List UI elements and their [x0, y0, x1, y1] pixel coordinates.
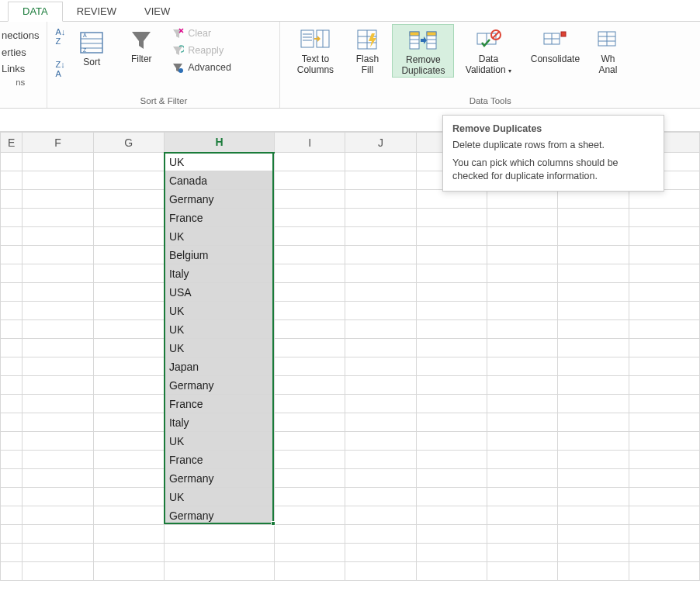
cell[interactable] [93, 525, 164, 544]
cell[interactable]: UK [164, 320, 274, 339]
cell[interactable] [558, 488, 629, 506]
cell[interactable] [345, 432, 416, 451]
flash-fill-button[interactable]: Flash Fill [345, 24, 389, 76]
cell[interactable] [1, 190, 23, 209]
cell[interactable] [275, 562, 345, 581]
cell[interactable]: France [164, 209, 274, 227]
cell[interactable]: Germany [164, 506, 274, 525]
cell[interactable] [558, 357, 629, 376]
cell[interactable] [487, 302, 557, 320]
cell[interactable]: UK [164, 339, 274, 357]
cell[interactable] [487, 562, 557, 581]
cell[interactable] [416, 469, 487, 488]
cell[interactable] [629, 246, 699, 264]
cell[interactable] [629, 320, 699, 339]
cell[interactable] [416, 488, 487, 506]
cell[interactable] [416, 376, 487, 395]
cell[interactable] [345, 525, 416, 544]
cell[interactable] [629, 451, 699, 469]
cell[interactable] [416, 544, 487, 562]
cell[interactable] [487, 190, 557, 209]
cell[interactable] [275, 469, 345, 488]
cell[interactable] [93, 283, 164, 302]
cell[interactable] [1, 451, 23, 469]
cell[interactable]: Japan [164, 357, 274, 376]
cell[interactable] [275, 488, 345, 506]
cell[interactable] [1, 357, 23, 376]
cell[interactable] [416, 525, 487, 544]
cell[interactable] [275, 395, 345, 413]
cell[interactable] [93, 432, 164, 451]
cell[interactable] [558, 320, 629, 339]
cell[interactable] [629, 469, 699, 488]
reapply-button[interactable]: Reapply [169, 43, 234, 58]
cell[interactable] [1, 432, 23, 451]
cell[interactable] [487, 357, 557, 376]
cell[interactable] [629, 395, 699, 413]
cell[interactable] [93, 544, 164, 562]
cell[interactable] [558, 283, 629, 302]
cell[interactable] [558, 376, 629, 395]
cell[interactable] [23, 283, 93, 302]
cell[interactable] [345, 339, 416, 357]
cell[interactable] [23, 525, 93, 544]
cell[interactable] [345, 171, 416, 190]
cell[interactable] [23, 506, 93, 525]
cell[interactable] [558, 544, 629, 562]
cell[interactable] [558, 264, 629, 283]
cell[interactable] [558, 525, 629, 544]
cell[interactable] [345, 451, 416, 469]
cell[interactable] [93, 506, 164, 525]
cell[interactable] [93, 264, 164, 283]
cell[interactable] [1, 153, 23, 171]
consolidate-button[interactable]: Consolidate [522, 24, 587, 65]
cell[interactable] [416, 506, 487, 525]
cell[interactable] [23, 320, 93, 339]
cell[interactable] [23, 246, 93, 264]
cell[interactable] [558, 562, 629, 581]
sort-asc-button[interactable]: A↓Z [55, 27, 65, 46]
cell[interactable] [23, 209, 93, 227]
cell[interactable] [487, 525, 557, 544]
cell[interactable] [629, 544, 699, 562]
cell[interactable] [1, 376, 23, 395]
cell[interactable] [1, 171, 23, 190]
cell[interactable] [1, 413, 23, 432]
cell[interactable]: Italy [164, 264, 274, 283]
cell[interactable] [416, 413, 487, 432]
cell[interactable] [629, 339, 699, 357]
cell[interactable] [93, 376, 164, 395]
cell[interactable]: Germany [164, 190, 274, 209]
cell[interactable] [487, 376, 557, 395]
cell[interactable] [345, 209, 416, 227]
cell[interactable] [1, 544, 23, 562]
column-header-E[interactable]: E [1, 133, 23, 153]
cell[interactable] [487, 506, 557, 525]
cell[interactable] [1, 506, 23, 525]
cell[interactable] [629, 357, 699, 376]
cell[interactable]: UK [164, 302, 274, 320]
cell[interactable] [275, 246, 345, 264]
cell[interactable] [558, 246, 629, 264]
cell[interactable] [23, 432, 93, 451]
cell[interactable] [416, 283, 487, 302]
cell[interactable] [487, 264, 557, 283]
cell[interactable] [1, 209, 23, 227]
column-header-J[interactable]: J [345, 133, 416, 153]
cell[interactable] [416, 320, 487, 339]
cell[interactable] [629, 525, 699, 544]
cell[interactable] [1, 488, 23, 506]
cell[interactable] [416, 302, 487, 320]
cell[interactable] [416, 562, 487, 581]
cell[interactable] [23, 357, 93, 376]
cell[interactable] [487, 339, 557, 357]
tab-view[interactable]: VIEW [130, 2, 184, 21]
cell[interactable] [416, 209, 487, 227]
cell[interactable] [487, 227, 557, 246]
properties-link[interactable]: erties [2, 44, 39, 61]
connections-link[interactable]: nections [2, 27, 39, 44]
cell[interactable] [23, 302, 93, 320]
cell[interactable] [345, 283, 416, 302]
cell[interactable] [558, 469, 629, 488]
cell[interactable] [487, 246, 557, 264]
